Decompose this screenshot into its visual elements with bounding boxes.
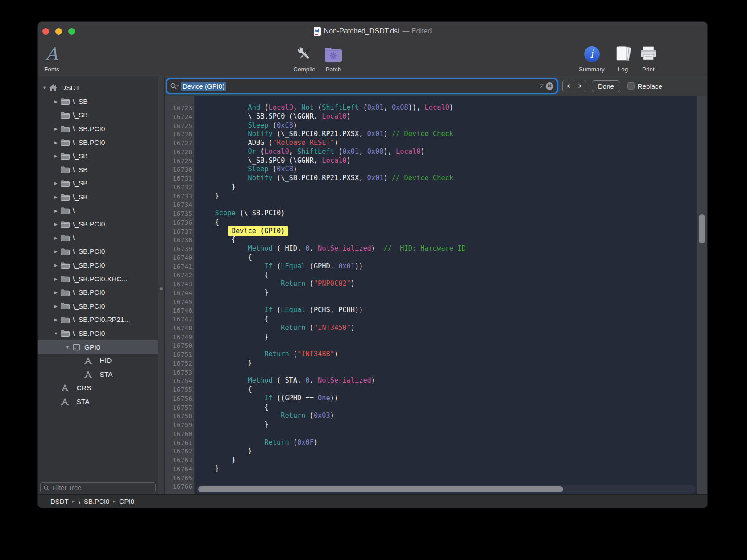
disclosure-triangle-icon[interactable]: ▶ (52, 195, 60, 199)
code-line-16764[interactable]: } (199, 465, 697, 474)
tree-item-sbpci0[interactable]: ▶\_SB.PCI0 (38, 122, 158, 136)
tree-item-sbpci0xhc[interactable]: ▶\_SB.PCI0.XHC... (38, 272, 158, 286)
replace-checkbox[interactable] (627, 82, 635, 90)
next-match-button[interactable]: > (574, 80, 586, 92)
disclosure-triangle-icon[interactable]: ▶ (52, 290, 60, 295)
tree-item-sta[interactable]: _STA (38, 395, 158, 409)
previous-match-button[interactable]: < (563, 80, 574, 92)
tree-item-gpi0[interactable]: ▼GPI0 (38, 340, 158, 354)
disclosure-triangle-icon[interactable]: ▶ (52, 99, 60, 104)
disclosure-triangle-icon[interactable]: ▶ (52, 317, 60, 322)
breadcrumb-item-gpi0[interactable]: GPI0 (119, 498, 134, 505)
code-line-16751[interactable]: Return ("INT34BB") (199, 350, 697, 359)
code-line-16726[interactable]: Notify (\_SB.PCI0.RP21.PXSX, 0x01) // De… (199, 130, 697, 139)
breadcrumb-item-sbpci0[interactable]: \_SB.PCI0 (78, 498, 109, 505)
disclosure-triangle-icon[interactable]: ▼ (52, 331, 60, 336)
vertical-scrollbar[interactable] (697, 96, 707, 494)
code-line-16738[interactable]: { (199, 235, 697, 244)
tree-item-sb[interactable]: ▶\_SB (38, 190, 158, 204)
tree-item-sbpci0[interactable]: ▶\_SB.PCI0 (38, 136, 158, 149)
code-line-16744[interactable]: } (199, 288, 697, 297)
disclosure-triangle-icon[interactable]: ▶ (52, 140, 60, 145)
code-line-16752[interactable]: } (199, 359, 697, 368)
code-line-16754[interactable]: Method (_STA, 0, NotSerialized) (199, 376, 697, 385)
patch-button[interactable]: Patch (313, 43, 353, 73)
code-line-16742[interactable]: { (199, 271, 697, 280)
close-button[interactable] (42, 28, 49, 35)
tree-item-sb[interactable]: \_SB (38, 108, 158, 122)
tree-item-sb[interactable]: ▶\_SB (38, 149, 158, 163)
tree-item-hid[interactable]: _HID (38, 354, 158, 368)
disclosure-triangle-icon[interactable]: ▶ (52, 263, 60, 268)
code-line-16729[interactable]: \_SB.SPC0 (\GGNR, Local0) (199, 156, 697, 165)
code-line-16724[interactable]: \_SB.SPC0 (\GGNR, Local0) (199, 112, 697, 121)
code-line-16732[interactable]: } (199, 183, 697, 192)
tree-item-sbpci0[interactable]: ▶\_SB.PCI0 (38, 259, 158, 272)
zoom-button[interactable] (68, 28, 75, 35)
tree-item-sbpci0rp21[interactable]: ▶\_SB.PCI0.RP21... (38, 313, 158, 327)
code-line-16727[interactable]: ADBG ("Release RESET") (199, 139, 697, 148)
code-line-16745[interactable] (199, 297, 697, 306)
tree-item-sbpci0[interactable]: ▶\_SB.PCI0 (38, 245, 158, 259)
code-line-16730[interactable]: Sleep (0xC8) (199, 165, 697, 174)
disclosure-triangle-icon[interactable]: ▶ (52, 181, 60, 185)
minimize-button[interactable] (55, 28, 62, 35)
code-line-16743[interactable]: Return ("PNP0C02") (199, 280, 697, 288)
tree-item-sbpci0[interactable]: ▼\_SB.PCI0 (38, 327, 158, 341)
code-line-16753[interactable] (199, 368, 697, 377)
done-button[interactable]: Done (592, 80, 620, 92)
search-menu-icon[interactable] (170, 83, 179, 90)
fonts-button[interactable]: A Fonts (37, 43, 72, 73)
code-line-16759[interactable]: } (199, 420, 697, 429)
tree-item-[interactable]: ▶\ (38, 204, 158, 218)
code-line-16765[interactable] (199, 474, 697, 482)
code-line-16757[interactable]: { (199, 403, 697, 412)
disclosure-triangle-icon[interactable]: ▼ (41, 86, 48, 90)
code-line-16736[interactable]: { (199, 218, 697, 227)
code-line-16755[interactable]: { (199, 385, 697, 394)
tree-item-sta[interactable]: _STA (38, 367, 158, 381)
tree-item-crs[interactable]: _CRS (38, 381, 158, 395)
code-line-16725[interactable]: Sleep (0xC8) (199, 121, 697, 130)
disclosure-triangle-icon[interactable]: ▶ (52, 249, 60, 254)
code-line-16747[interactable]: { (199, 315, 697, 324)
tree-item-sbpci0[interactable]: ▶\_SB.PCI0 (38, 218, 158, 231)
disclosure-triangle-icon[interactable]: ▶ (52, 154, 60, 158)
code-lines[interactable]: And (Local0, Not (ShiftLeft (0x01, 0x08)… (195, 96, 697, 494)
code-line-16760[interactable] (199, 429, 697, 438)
code-line-16739[interactable]: Method (_HID, 0, NotSerialized) // _HID:… (199, 244, 697, 253)
code-line-16734[interactable] (199, 200, 697, 209)
search-input[interactable]: Device (GPI0) 2 ✕ (167, 79, 557, 93)
code-line-16735[interactable]: Scope (\_SB.PCI0) (199, 209, 697, 218)
code-line-16750[interactable] (199, 341, 697, 350)
code-line-16723[interactable]: And (Local0, Not (ShiftLeft (0x01, 0x08)… (199, 103, 697, 112)
code-line-16762[interactable]: } (199, 447, 697, 456)
pane-splitter[interactable] (158, 76, 165, 494)
disclosure-triangle-icon[interactable]: ▶ (52, 277, 60, 281)
disclosure-triangle-icon[interactable]: ▶ (52, 222, 60, 226)
tree-item-sbpci0[interactable]: ▶\_SB.PCI0 (38, 286, 158, 300)
code-line-16758[interactable]: Return (0x03) (199, 412, 697, 420)
disclosure-triangle-icon[interactable]: ▶ (52, 236, 60, 240)
disclosure-triangle-icon[interactable]: ▶ (52, 209, 60, 213)
tree-item-sb[interactable]: ▶\_SB (38, 177, 158, 190)
disclosure-triangle-icon[interactable]: ▼ (64, 345, 71, 350)
disclosure-triangle-icon[interactable]: ▶ (52, 304, 60, 309)
tree-item-sb[interactable]: ▶\_SB (38, 95, 158, 109)
print-button[interactable]: Print (628, 43, 668, 73)
breadcrumb-item-dsdt[interactable]: DSDT (50, 498, 69, 505)
code-line-16761[interactable]: Return (0x0F) (199, 438, 697, 447)
code-line-16749[interactable]: } (199, 333, 697, 342)
code-line-16733[interactable]: } (199, 192, 697, 201)
tree-item-dsdt[interactable]: ▼DSDT (38, 81, 158, 95)
code-line-16737[interactable]: Device (GPI0) (199, 227, 697, 236)
tree-item-[interactable]: ▶\ (38, 231, 158, 245)
code-line-16741[interactable]: If (LEqual (GPHD, 0x01)) (199, 262, 697, 271)
vertical-scrollbar-thumb[interactable] (699, 214, 705, 243)
code-line-16731[interactable]: Notify (\_SB.PCI0.RP21.PXSX, 0x01) // De… (199, 174, 697, 183)
code-line-16763[interactable]: } (199, 456, 697, 465)
disclosure-triangle-icon[interactable]: ▶ (52, 127, 60, 131)
code-line-16746[interactable]: If (LEqual (PCHS, PCHH)) (199, 306, 697, 315)
code-line-16740[interactable]: { (199, 253, 697, 262)
code-line-16748[interactable]: Return ("INT3450") (199, 324, 697, 333)
